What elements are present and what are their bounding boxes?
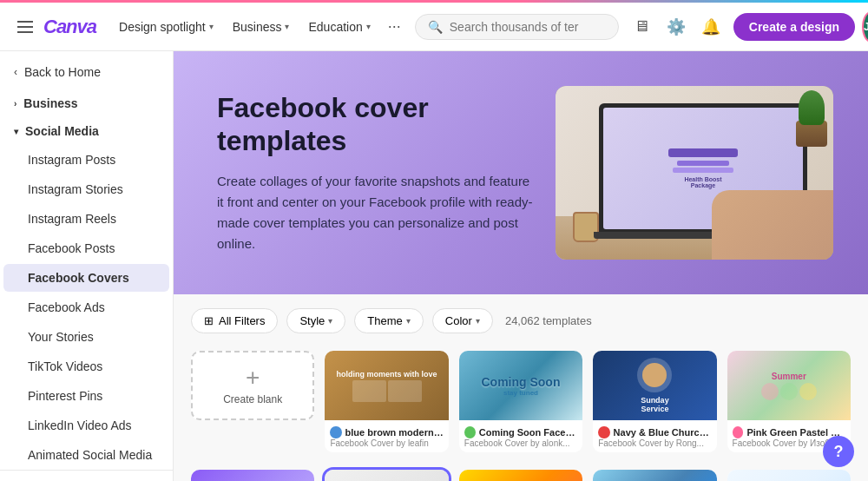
all-filters-button[interactable]: ⊞ All Filters bbox=[191, 308, 278, 333]
template-grid-row2: Hello Welcome - hello welcome to my page… bbox=[174, 470, 868, 481]
chevron-down-icon: ▾ bbox=[406, 316, 411, 326]
sidebar-footer: 🗑 Trash bbox=[0, 470, 173, 481]
create-design-button[interactable]: Create a design bbox=[733, 13, 855, 41]
top-navigation: Canva Design spotlight ▾ Business ▾ Educ… bbox=[0, 3, 868, 51]
hero-title: Facebook cover templates bbox=[217, 91, 538, 158]
chevron-down-icon: ▾ bbox=[285, 22, 289, 31]
sidebar-item-facebook-posts[interactable]: Facebook Posts bbox=[3, 234, 169, 262]
chevron-left-icon: ‹ bbox=[14, 66, 17, 78]
filter-bar: ⊞ All Filters Style ▾ Theme ▾ Color ▾ 24… bbox=[174, 294, 868, 340]
provider-icon bbox=[464, 426, 476, 438]
hero-text: Facebook cover templates Create collages… bbox=[217, 91, 538, 255]
chevron-down-icon: ▾ bbox=[209, 22, 214, 31]
hero-section: Facebook cover templates Create collages… bbox=[174, 51, 868, 294]
plus-icon: + bbox=[246, 366, 260, 390]
template-count: 24,062 templates bbox=[505, 314, 592, 327]
nav-links: Design spotlight ▾ Business ▾ Education … bbox=[110, 12, 408, 41]
chevron-down-icon: ▾ bbox=[476, 316, 480, 326]
template-card[interactable]: Hello Welcome - hello welcome to my page… bbox=[191, 470, 314, 481]
nav-business[interactable]: Business ▾ bbox=[224, 15, 299, 39]
sidebar: ‹ Back to Home › Business ▾ Social Media… bbox=[0, 51, 174, 481]
template-card-selected[interactable]: Kam Chun Hui bbox=[325, 470, 448, 481]
template-card[interactable]: Coming Soon stay tuned Coming Soon Faceb… bbox=[459, 351, 582, 452]
nav-education[interactable]: Education ▾ bbox=[299, 15, 378, 39]
sidebar-item-instagram-reels[interactable]: Instagram Reels bbox=[3, 205, 169, 233]
main-layout: ‹ Back to Home › Business ▾ Social Media… bbox=[0, 51, 868, 481]
search-bar[interactable]: 🔍 bbox=[415, 14, 619, 40]
sidebar-item-pinterest-pins[interactable]: Pinterest Pins bbox=[3, 382, 169, 410]
sidebar-item-animated-social-media[interactable]: Animated Social Media bbox=[3, 441, 169, 469]
avatar[interactable]: JN bbox=[862, 11, 868, 43]
chevron-down-icon: ▾ bbox=[14, 127, 18, 136]
chevron-down-icon: ▾ bbox=[328, 316, 332, 326]
sidebar-item-instagram-stories[interactable]: Instagram Stories bbox=[3, 175, 169, 203]
template-grid-row1: + Create blank holding moments with love bbox=[174, 340, 868, 470]
provider-icon bbox=[733, 426, 744, 438]
bell-icon-button[interactable]: 🔔 bbox=[695, 11, 727, 43]
main-content: Facebook cover templates Create collages… bbox=[174, 51, 868, 481]
monitor-icon-button[interactable]: 🖥 bbox=[626, 11, 657, 43]
canva-logo[interactable]: Canva bbox=[43, 16, 96, 38]
provider-icon bbox=[598, 426, 609, 438]
back-to-home[interactable]: ‹ Back to Home bbox=[0, 58, 173, 86]
sidebar-item-trash[interactable]: 🗑 Trash bbox=[0, 478, 173, 481]
sidebar-item-business[interactable]: › Business bbox=[0, 89, 173, 117]
theme-filter-button[interactable]: Theme ▾ bbox=[354, 308, 423, 333]
sidebar-item-social-media[interactable]: ▾ Social Media bbox=[0, 117, 173, 145]
hamburger-menu[interactable] bbox=[14, 17, 36, 36]
search-icon: 🔍 bbox=[428, 20, 443, 34]
create-blank-card[interactable]: + Create blank bbox=[191, 351, 314, 452]
search-input[interactable] bbox=[450, 20, 606, 34]
help-button[interactable]: ? bbox=[823, 436, 854, 467]
sidebar-item-facebook-covers[interactable]: Facebook Covers bbox=[3, 264, 169, 292]
template-card[interactable]: SUMMER SALE UP TO 30% OFF bbox=[459, 470, 582, 481]
sidebar-item-facebook-ads[interactable]: Facebook Ads bbox=[3, 293, 169, 321]
sidebar-item-tiktok-videos[interactable]: TikTok Videos bbox=[3, 353, 169, 380]
hero-image: Health BoostPackage bbox=[556, 86, 833, 260]
gear-icon-button[interactable]: ⚙️ bbox=[661, 11, 692, 43]
chevron-right-icon: › bbox=[14, 99, 16, 109]
template-card[interactable]: Welcome bbox=[727, 470, 851, 481]
nav-design-spotlight[interactable]: Design spotlight ▾ bbox=[110, 15, 222, 39]
sidebar-item-linkedin-video-ads[interactable]: LinkedIn Video Ads bbox=[3, 412, 169, 439]
nav-icon-group: 🖥 ⚙️ 🔔 bbox=[626, 11, 727, 43]
hero-description: Create collages of your favorite snapsho… bbox=[217, 171, 538, 254]
style-filter-button[interactable]: Style ▾ bbox=[286, 308, 345, 333]
color-filter-button[interactable]: Color ▾ bbox=[432, 308, 493, 333]
template-card[interactable]: Summer Vibe bbox=[593, 470, 716, 481]
filter-icon: ⊞ bbox=[204, 314, 214, 327]
provider-icon bbox=[330, 426, 341, 438]
sidebar-item-your-stories[interactable]: Your Stories bbox=[3, 323, 169, 351]
sidebar-item-instagram-posts[interactable]: Instagram Posts bbox=[3, 146, 169, 174]
template-card[interactable]: SundayService Navy & Blue Church ... Fac… bbox=[593, 351, 716, 452]
nav-more-button[interactable]: ··· bbox=[381, 12, 408, 41]
template-card[interactable]: holding moments with love blue brown mod… bbox=[325, 351, 448, 452]
chevron-down-icon: ▾ bbox=[366, 22, 371, 31]
